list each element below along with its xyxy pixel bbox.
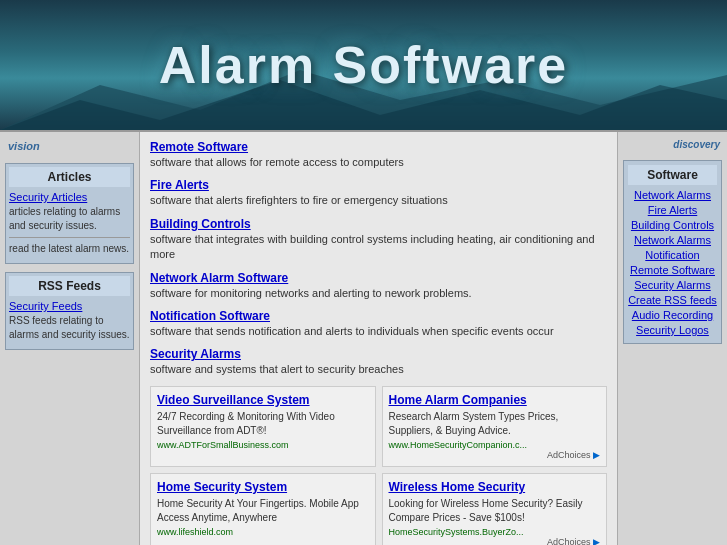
software-link-3[interactable]: Network Alarms <box>628 234 717 246</box>
right-sidebar: discovery Software Network AlarmsFire Al… <box>617 132 727 545</box>
ad-box-3: Wireless Home SecurityLooking for Wirele… <box>382 473 608 545</box>
latest-alarm-text: read the latest alarm news. <box>9 242 130 256</box>
ad-url-2: www.lifeshield.com <box>157 527 369 537</box>
content-desc-4: software that sends notification and ale… <box>150 324 607 339</box>
content-desc-0: software that allows for remote access t… <box>150 155 607 170</box>
content-desc-5: software and systems that alert to secur… <box>150 362 607 377</box>
ad-text-0: 24/7 Recording & Monitoring With Video S… <box>157 410 369 438</box>
content-items: Remote Softwaresoftware that allows for … <box>150 140 607 378</box>
content-desc-3: software for monitoring networks and ale… <box>150 286 607 301</box>
software-link-6[interactable]: Security Alarms <box>628 279 717 291</box>
ad-grid: Video Surveillance System24/7 Recording … <box>150 386 607 545</box>
content-link-0[interactable]: Remote Software <box>150 140 248 154</box>
center-content: Remote Softwaresoftware that allows for … <box>140 132 617 545</box>
ad-text-1: Research Alarm System Types Prices, Supp… <box>389 410 601 438</box>
ad-title-1[interactable]: Home Alarm Companies <box>389 393 601 407</box>
left-logo: vision <box>5 137 134 155</box>
left-sidebar: vision Articles Security Articles articl… <box>0 132 140 545</box>
software-link-7[interactable]: Create RSS feeds <box>628 294 717 306</box>
software-box: Software Network AlarmsFire AlertsBuildi… <box>623 160 722 344</box>
ad-choices-arrow-1: ▶ <box>593 450 600 460</box>
software-box-title: Software <box>628 165 717 185</box>
ad-box-0: Video Surveillance System24/7 Recording … <box>150 386 376 467</box>
content-item-2: Building Controlssoftware that integrate… <box>150 217 607 263</box>
site-title: Alarm Software <box>159 35 568 95</box>
software-link-1[interactable]: Fire Alerts <box>628 204 717 216</box>
software-link-8[interactable]: Audio Recording <box>628 309 717 321</box>
ad-url-1: www.HomeSecurityCompanion.c... <box>389 440 601 450</box>
software-link-2[interactable]: Building Controls <box>628 219 717 231</box>
content-item-1: Fire Alertssoftware that alerts firefigh… <box>150 178 607 208</box>
software-link-5[interactable]: Remote Software <box>628 264 717 276</box>
ad-text-2: Home Security At Your Fingertips. Mobile… <box>157 497 369 525</box>
ad-url-3: HomeSecuritySystems.BuyerZo... <box>389 527 601 537</box>
rss-feeds-desc: RSS feeds relating to alarms and securit… <box>9 314 130 342</box>
security-articles-link[interactable]: Security Articles <box>9 191 130 203</box>
page-header: Alarm Software <box>0 0 727 130</box>
software-link-0[interactable]: Network Alarms <box>628 189 717 201</box>
software-link-4[interactable]: Notification <box>628 249 717 261</box>
ad-url-0: www.ADTForSmallBusiness.com <box>157 440 369 450</box>
content-link-1[interactable]: Fire Alerts <box>150 178 209 192</box>
right-logo: discovery <box>623 137 722 152</box>
main-container: vision Articles Security Articles articl… <box>0 130 727 545</box>
articles-box-title: Articles <box>9 167 130 187</box>
ad-title-3[interactable]: Wireless Home Security <box>389 480 601 494</box>
content-item-0: Remote Softwaresoftware that allows for … <box>150 140 607 170</box>
security-feeds-link[interactable]: Security Feeds <box>9 300 130 312</box>
content-item-3: Network Alarm Softwaresoftware for monit… <box>150 271 607 301</box>
security-articles-desc: articles relating to alarms and security… <box>9 205 130 233</box>
rss-box-title: RSS Feeds <box>9 276 130 296</box>
ad-box-1: Home Alarm CompaniesResearch Alarm Syste… <box>382 386 608 467</box>
software-link-9[interactable]: Security Logos <box>628 324 717 336</box>
ad-title-0[interactable]: Video Surveillance System <box>157 393 369 407</box>
articles-box: Articles Security Articles articles rela… <box>5 163 134 264</box>
content-desc-2: software that integrates with building c… <box>150 232 607 263</box>
content-item-4: Notification Softwaresoftware that sends… <box>150 309 607 339</box>
ad-choices-arrow-3: ▶ <box>593 537 600 545</box>
content-link-2[interactable]: Building Controls <box>150 217 251 231</box>
ad-choices-3: AdChoices ▶ <box>389 537 601 545</box>
content-desc-1: software that alerts firefighters to fir… <box>150 193 607 208</box>
software-links: Network AlarmsFire AlertsBuilding Contro… <box>628 189 717 336</box>
content-link-5[interactable]: Security Alarms <box>150 347 241 361</box>
content-link-3[interactable]: Network Alarm Software <box>150 271 288 285</box>
ad-title-2[interactable]: Home Security System <box>157 480 369 494</box>
ad-text-3: Looking for Wireless Home Security? Easi… <box>389 497 601 525</box>
content-link-4[interactable]: Notification Software <box>150 309 270 323</box>
articles-divider <box>9 237 130 238</box>
content-item-5: Security Alarmssoftware and systems that… <box>150 347 607 377</box>
ad-box-2: Home Security SystemHome Security At You… <box>150 473 376 545</box>
ad-choices-1: AdChoices ▶ <box>389 450 601 460</box>
rss-box: RSS Feeds Security Feeds RSS feeds relat… <box>5 272 134 350</box>
